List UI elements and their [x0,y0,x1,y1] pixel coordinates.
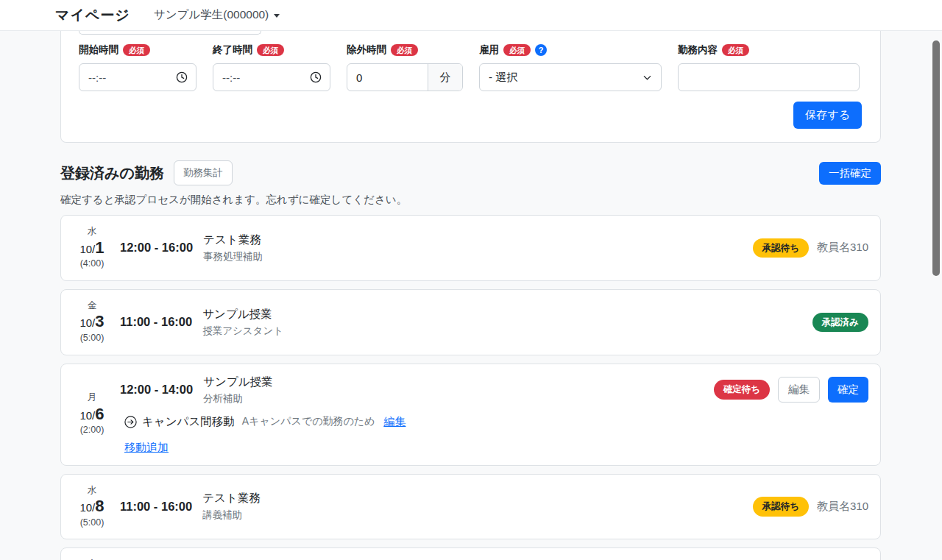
excluded-time-input[interactable] [347,71,428,84]
registered-work-section-head: 登録済みの勤務 勤務集計 一括確定 [60,160,881,185]
employment-select[interactable]: - 選択 [479,63,662,91]
clock-icon[interactable] [176,71,188,83]
required-badge: 必須 [257,44,284,57]
job-titles: サンプル授業 分析補助 [203,375,272,405]
bulk-confirm-button[interactable]: 一括確定 [819,162,881,185]
weekday-label: 月 [73,392,111,404]
clock-icon[interactable] [310,71,322,83]
work-detail-input[interactable] [679,71,859,84]
arrow-right-circle-icon [124,416,137,428]
date-label: 10/1 [73,238,111,258]
weekday-label: 水 [73,226,111,238]
excluded-time-label: 除外時間 [347,43,386,57]
transfer-edit-link[interactable]: 編集 [383,415,406,429]
duration-label: (2:00) [73,425,111,436]
end-time-label: 終了時間 [213,43,252,57]
save-button[interactable]: 保存する [793,102,862,129]
confirm-entry-button[interactable]: 確定 [828,377,868,403]
work-entry-row: 金 10/3 (5:00) 11:00 - 16:00 サンプル授業 授業アシス… [60,289,881,355]
work-entry-row: 金 [60,547,881,560]
section-title: 登録済みの勤務 [60,163,164,183]
chevron-down-icon [642,73,652,82]
duration-label: (5:00) [73,517,111,529]
start-time-input[interactable] [79,71,176,84]
required-badge: 必須 [123,44,150,57]
date-block: 月 10/6 (2:00) [73,392,111,436]
approver-name: 教員名310 [817,241,868,255]
help-icon[interactable]: ? [535,44,547,56]
excluded-time-input-group: 分 [347,63,463,91]
form-fields-row: 開始時間 必須 終了時間 必須 [79,43,862,91]
transfer-label: キャンパス間移動 [142,414,235,430]
start-time-input-group [79,63,196,91]
employment-select-value: - 選択 [489,71,517,85]
job-titles: サンプル授業 授業アシスタント [202,307,283,338]
field-work-detail: 勤務内容 必須 [678,43,860,91]
user-dropdown[interactable]: サンプル学生(000000) [154,7,280,23]
status-badge: 確定待ち [714,380,770,399]
status-badge: 承認待ち [753,497,809,516]
status-badge: 承認待ち [753,238,809,258]
required-badge: 必須 [722,44,749,57]
transfer-note: Aキャンパスでの勤務のため [242,415,375,428]
start-time-label: 開始時間 [79,43,118,57]
time-range: 11:00 - 16:00 [120,500,192,514]
page-title: マイページ [55,6,130,25]
date-block: 金 10/3 (5:00) [73,300,111,344]
work-entry-form-card: 開始時間 必須 終了時間 必須 [60,31,881,143]
end-time-input[interactable] [213,71,310,84]
minutes-unit-addon: 分 [428,64,462,91]
job-title: テスト業務 [203,233,263,248]
required-badge: 必須 [503,44,531,57]
field-excluded-time: 除外時間 必須 分 [347,43,463,91]
date-label: 10/6 [73,404,111,425]
date-label: 10/3 [73,311,111,332]
job-subtitle: 授業アシスタント [202,325,283,338]
date-block: 水 10/1 (4:00) [73,226,111,270]
add-transfer-link[interactable]: 移動追加 [124,441,169,453]
caret-down-icon [274,14,280,18]
job-title: テスト業務 [202,491,261,506]
date-label: 10/8 [73,496,111,517]
user-dropdown-label: サンプル学生(000000) [154,7,269,23]
employment-label: 雇用 [479,43,499,57]
work-entry-row: 水 10/8 (5:00) 11:00 - 16:00 テスト業務 講義補助 承… [60,474,881,540]
campus-transfer-line: キャンパス間移動 Aキャンパスでの勤務のため 編集 [124,414,868,430]
time-range: 11:00 - 16:00 [120,315,192,329]
time-range: 12:00 - 14:00 [120,383,193,397]
section-note: 確定すると承認プロセスが開始されます。忘れずに確定してください。 [60,193,881,207]
approver-name: 教員名310 [817,500,868,514]
work-entry-row: 水 10/1 (4:00) 12:00 - 16:00 テスト業務 事務処理補助… [60,215,881,281]
app-header: マイページ サンプル学生(000000) [0,0,942,31]
work-detail-input-group [678,63,860,91]
weekday-label: 水 [73,485,111,497]
job-title: サンプル授業 [203,375,272,390]
work-detail-label: 勤務内容 [678,43,718,57]
job-titles: テスト業務 講義補助 [202,491,261,522]
job-subtitle: 講義補助 [202,508,261,522]
required-badge: 必須 [391,44,418,57]
end-time-input-group [213,63,330,91]
duration-label: (4:00) [73,258,111,270]
vertical-scrollbar-thumb[interactable] [932,40,940,276]
main-content: 開始時間 必須 終了時間 必須 [60,31,881,560]
field-end-time: 終了時間 必須 [213,43,330,91]
job-titles: テスト業務 事務処理補助 [203,233,263,263]
job-title: サンプル授業 [202,307,283,322]
status-badge: 承認済み [812,313,868,332]
job-subtitle: 事務処理補助 [203,250,263,263]
work-date-input-cutoff[interactable] [79,31,261,35]
edit-entry-button[interactable]: 編集 [778,377,820,403]
weekday-label: 金 [73,300,111,312]
field-employment: 雇用 必須 ? - 選択 [479,43,662,91]
date-block: 水 10/8 (5:00) [73,485,111,529]
work-summary-button[interactable]: 勤務集計 [174,160,233,185]
field-start-time: 開始時間 必須 [79,43,196,91]
time-range: 12:00 - 16:00 [120,241,193,255]
duration-label: (5:00) [73,333,111,344]
job-subtitle: 分析補助 [203,392,272,405]
work-entry-row: 月 10/6 (2:00) 12:00 - 14:00 サンプル授業 分析補助 … [60,364,881,466]
